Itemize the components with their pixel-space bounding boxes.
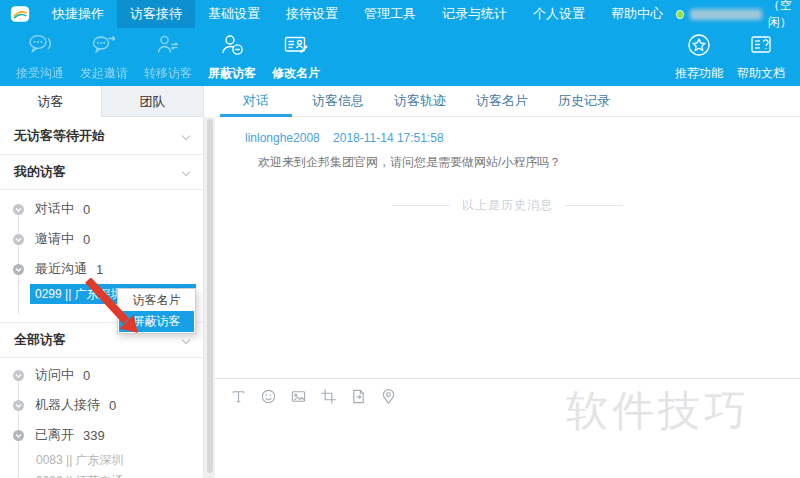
send-file-icon[interactable] <box>350 388 367 405</box>
app-window: 快捷操作 访客接待 基础设置 接待设置 管理工具 记录与统计 个人设置 帮助中心… <box>0 0 800 478</box>
recommended-features-label: 推荐功能 <box>675 65 723 82</box>
transfer-visitor-button[interactable]: 转移访客 <box>136 32 200 82</box>
accept-chat-label: 接受沟通 <box>16 65 64 82</box>
top-menu-bar: 快捷操作 访客接待 基础设置 接待设置 管理工具 记录与统计 个人设置 帮助中心… <box>0 0 800 28</box>
block-visitor-button[interactable]: 屏蔽访客 <box>200 32 264 82</box>
message-sender: linlonghe2008 <box>245 131 320 145</box>
edit-card-icon <box>283 32 309 62</box>
section-my-visitors-header[interactable]: 我的访客 <box>0 155 203 190</box>
block-visitor-icon <box>219 32 245 62</box>
chevron-down-icon <box>182 131 190 139</box>
tree-item-count: 0 <box>83 368 90 383</box>
chevron-down-icon <box>182 336 190 344</box>
tree-item-count: 0 <box>109 398 116 413</box>
tree-item-left[interactable]: 已离开 339 <box>0 420 203 450</box>
tree-item-label: 机器人接待 <box>35 396 100 414</box>
transfer-visitor-icon <box>155 32 181 62</box>
transfer-visitor-label: 转移访客 <box>144 65 192 82</box>
image-icon[interactable] <box>290 388 307 405</box>
tree-item-label: 最近沟通 <box>35 260 87 278</box>
chat-main-area: 对话 访客信息 访客轨迹 访客名片 历史记录 linlonghe2008 201… <box>215 86 800 478</box>
tab-visitor-card[interactable]: 访客名片 <box>466 86 538 116</box>
status-label: （空闲） <box>768 0 800 31</box>
nav-records-stats[interactable]: 记录与统计 <box>429 0 520 28</box>
section-waiting-title: 无访客等待开始 <box>14 127 105 145</box>
chat-invite-icon <box>91 32 117 62</box>
node-chevron-icon <box>13 264 24 275</box>
star-circle-icon <box>686 32 712 62</box>
emoji-icon[interactable] <box>260 388 277 405</box>
tree-item-label: 访问中 <box>35 366 74 384</box>
tree-item-label: 已离开 <box>35 426 74 444</box>
tree-item-in-chat[interactable]: 对话中 0 <box>0 194 203 224</box>
all-visitors-tree: 访问中 0 机器人接待 0 已离开 339 0083 || 广东深圳 0082 … <box>0 358 203 478</box>
sidebar-scrollbar-thumb[interactable] <box>207 119 213 473</box>
block-visitor-label: 屏蔽访客 <box>208 65 256 82</box>
nav-basic-settings[interactable]: 基础设置 <box>195 0 273 28</box>
action-toolbar: 接受沟通 发起邀请 <box>0 28 800 86</box>
help-doc-icon <box>748 32 774 62</box>
tab-visitor-info[interactable]: 访客信息 <box>302 86 374 116</box>
sidebar-scrollbar-track <box>204 117 215 478</box>
nav-visitor-reception[interactable]: 访客接待 <box>117 0 195 28</box>
section-my-visitors-title: 我的访客 <box>14 163 66 181</box>
message-text: 欢迎来到企邦集团官网，请问您是需要做网站/小程序吗？ <box>258 154 800 171</box>
screenshot-crop-icon[interactable] <box>320 388 337 405</box>
edit-card-label: 修改名片 <box>272 65 320 82</box>
tree-item-count: 0 <box>83 232 90 247</box>
agent-status-selector[interactable]: （空闲） <box>676 0 800 31</box>
text-format-icon[interactable] <box>230 388 247 405</box>
node-chevron-icon <box>13 430 24 441</box>
nav-personal-settings[interactable]: 个人设置 <box>520 0 598 28</box>
online-status-dot-icon <box>676 10 684 19</box>
nav-reception-settings[interactable]: 接待设置 <box>273 0 351 28</box>
app-logo-icon <box>9 3 31 25</box>
location-icon[interactable] <box>380 388 397 405</box>
help-docs-button[interactable]: 帮助文档 <box>730 32 792 82</box>
nav-quick-actions[interactable]: 快捷操作 <box>39 0 117 28</box>
tab-visitors[interactable]: 访客 <box>0 86 101 117</box>
node-chevron-icon <box>13 204 24 215</box>
tree-item-label: 邀请中 <box>35 230 74 248</box>
tree-item-robot-reception[interactable]: 机器人接待 0 <box>0 390 203 420</box>
history-divider: 以上是历史消息 <box>215 197 800 214</box>
watermark-text: 软件技巧 <box>562 382 800 442</box>
main-nav: 快捷操作 访客接待 基础设置 接待设置 管理工具 记录与统计 个人设置 帮助中心 <box>39 0 676 28</box>
tab-conversation[interactable]: 对话 <box>220 86 292 116</box>
sidebar-tabs: 访客 团队 <box>0 86 203 117</box>
tree-item-count: 0 <box>83 202 90 217</box>
tree-item-visiting[interactable]: 访问中 0 <box>0 360 203 390</box>
send-invite-label: 发起邀请 <box>80 65 128 82</box>
tab-visitor-track[interactable]: 访客轨迹 <box>384 86 456 116</box>
edit-card-button[interactable]: 修改名片 <box>264 32 328 82</box>
chevron-down-icon <box>182 168 190 176</box>
nav-management-tools[interactable]: 管理工具 <box>351 0 429 28</box>
tab-team[interactable]: 团队 <box>101 86 203 117</box>
help-docs-label: 帮助文档 <box>737 65 785 82</box>
node-chevron-icon <box>13 400 24 411</box>
section-all-visitors-title: 全部访客 <box>14 331 66 349</box>
send-invite-button[interactable]: 发起邀请 <box>72 32 136 82</box>
tree-item-count: 1 <box>96 262 103 277</box>
agent-name-redacted <box>690 9 762 20</box>
chat-accept-icon <box>27 32 53 62</box>
node-chevron-icon <box>13 370 24 381</box>
chat-message: linlonghe2008 2018-11-14 17:51:58 欢迎来到企邦… <box>215 117 800 171</box>
tree-item-count: 339 <box>83 428 105 443</box>
chat-tabs: 对话 访客信息 访客轨迹 访客名片 历史记录 <box>215 86 800 117</box>
tree-item-inviting[interactable]: 邀请中 0 <box>0 224 203 254</box>
visitor-row[interactable]: 0082 || 江苏南通 <box>0 471 203 478</box>
recommended-features-button[interactable]: 推荐功能 <box>668 32 730 82</box>
message-timestamp: 2018-11-14 17:51:58 <box>333 131 444 145</box>
history-divider-label: 以上是历史消息 <box>462 197 553 214</box>
accept-chat-button[interactable]: 接受沟通 <box>8 32 72 82</box>
visitor-row[interactable]: 0083 || 广东深圳 <box>0 450 203 471</box>
tab-history[interactable]: 历史记录 <box>548 86 620 116</box>
section-waiting-header[interactable]: 无访客等待开始 <box>0 117 203 155</box>
red-annotation-arrow <box>80 278 150 342</box>
nav-help-center[interactable]: 帮助中心 <box>598 0 676 28</box>
node-chevron-icon <box>13 234 24 245</box>
tree-item-label: 对话中 <box>35 200 74 218</box>
